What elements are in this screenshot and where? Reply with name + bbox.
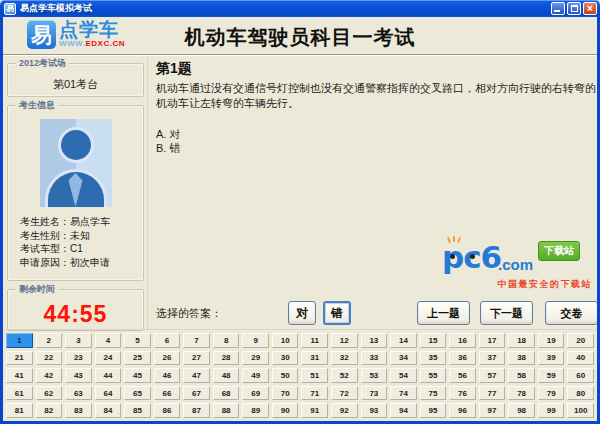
question-cell-30[interactable]: 30 bbox=[272, 351, 299, 366]
question-cell-65[interactable]: 65 bbox=[124, 386, 151, 401]
question-cell-60[interactable]: 60 bbox=[567, 368, 594, 383]
question-cell-66[interactable]: 66 bbox=[154, 386, 181, 401]
question-cell-3[interactable]: 3 bbox=[65, 333, 92, 348]
question-cell-63[interactable]: 63 bbox=[65, 386, 92, 401]
question-cell-64[interactable]: 64 bbox=[95, 386, 122, 401]
question-cell-94[interactable]: 94 bbox=[390, 403, 417, 418]
question-cell-90[interactable]: 90 bbox=[272, 403, 299, 418]
question-cell-18[interactable]: 18 bbox=[508, 333, 535, 348]
question-cell-4[interactable]: 4 bbox=[95, 333, 122, 348]
question-cell-69[interactable]: 69 bbox=[242, 386, 269, 401]
question-cell-89[interactable]: 89 bbox=[242, 403, 269, 418]
maximize-button[interactable] bbox=[567, 2, 581, 15]
question-cell-12[interactable]: 12 bbox=[331, 333, 358, 348]
question-cell-8[interactable]: 8 bbox=[213, 333, 240, 348]
question-cell-34[interactable]: 34 bbox=[390, 351, 417, 366]
question-cell-16[interactable]: 16 bbox=[449, 333, 476, 348]
question-cell-73[interactable]: 73 bbox=[361, 386, 388, 401]
question-cell-26[interactable]: 26 bbox=[154, 351, 181, 366]
question-cell-67[interactable]: 67 bbox=[183, 386, 210, 401]
question-cell-46[interactable]: 46 bbox=[154, 368, 181, 383]
question-cell-23[interactable]: 23 bbox=[65, 351, 92, 366]
next-question-button[interactable]: 下一题 bbox=[480, 301, 533, 325]
answer-true-button[interactable]: 对 bbox=[288, 301, 316, 325]
question-cell-83[interactable]: 83 bbox=[65, 403, 92, 418]
question-cell-45[interactable]: 45 bbox=[124, 368, 151, 383]
question-cell-99[interactable]: 99 bbox=[538, 403, 565, 418]
question-cell-95[interactable]: 95 bbox=[420, 403, 447, 418]
question-cell-13[interactable]: 13 bbox=[361, 333, 388, 348]
question-cell-10[interactable]: 10 bbox=[272, 333, 299, 348]
question-cell-6[interactable]: 6 bbox=[154, 333, 181, 348]
question-cell-84[interactable]: 84 bbox=[95, 403, 122, 418]
question-cell-72[interactable]: 72 bbox=[331, 386, 358, 401]
question-cell-22[interactable]: 22 bbox=[36, 351, 63, 366]
question-cell-86[interactable]: 86 bbox=[154, 403, 181, 418]
question-cell-71[interactable]: 71 bbox=[301, 386, 328, 401]
question-cell-93[interactable]: 93 bbox=[361, 403, 388, 418]
question-cell-75[interactable]: 75 bbox=[420, 386, 447, 401]
question-cell-9[interactable]: 9 bbox=[242, 333, 269, 348]
question-cell-79[interactable]: 79 bbox=[538, 386, 565, 401]
question-cell-40[interactable]: 40 bbox=[567, 351, 594, 366]
question-cell-85[interactable]: 85 bbox=[124, 403, 151, 418]
question-cell-41[interactable]: 41 bbox=[6, 368, 33, 383]
question-cell-59[interactable]: 59 bbox=[538, 368, 565, 383]
question-cell-7[interactable]: 7 bbox=[183, 333, 210, 348]
answer-false-button[interactable]: 错 bbox=[323, 301, 351, 325]
question-cell-38[interactable]: 38 bbox=[508, 351, 535, 366]
question-cell-36[interactable]: 36 bbox=[449, 351, 476, 366]
question-cell-27[interactable]: 27 bbox=[183, 351, 210, 366]
question-cell-32[interactable]: 32 bbox=[331, 351, 358, 366]
question-cell-28[interactable]: 28 bbox=[213, 351, 240, 366]
question-cell-2[interactable]: 2 bbox=[36, 333, 63, 348]
question-cell-88[interactable]: 88 bbox=[213, 403, 240, 418]
question-cell-81[interactable]: 81 bbox=[6, 403, 33, 418]
question-cell-1[interactable]: 1 bbox=[6, 333, 33, 348]
question-cell-20[interactable]: 20 bbox=[567, 333, 594, 348]
question-cell-50[interactable]: 50 bbox=[272, 368, 299, 383]
question-cell-48[interactable]: 48 bbox=[213, 368, 240, 383]
question-cell-52[interactable]: 52 bbox=[331, 368, 358, 383]
question-cell-31[interactable]: 31 bbox=[301, 351, 328, 366]
question-cell-100[interactable]: 100 bbox=[567, 403, 594, 418]
question-cell-78[interactable]: 78 bbox=[508, 386, 535, 401]
question-cell-42[interactable]: 42 bbox=[36, 368, 63, 383]
question-cell-24[interactable]: 24 bbox=[95, 351, 122, 366]
question-cell-33[interactable]: 33 bbox=[361, 351, 388, 366]
question-cell-77[interactable]: 77 bbox=[479, 386, 506, 401]
question-cell-14[interactable]: 14 bbox=[390, 333, 417, 348]
question-cell-61[interactable]: 61 bbox=[6, 386, 33, 401]
question-cell-92[interactable]: 92 bbox=[331, 403, 358, 418]
question-cell-51[interactable]: 51 bbox=[301, 368, 328, 383]
question-cell-17[interactable]: 17 bbox=[479, 333, 506, 348]
question-cell-80[interactable]: 80 bbox=[567, 386, 594, 401]
question-cell-96[interactable]: 96 bbox=[449, 403, 476, 418]
question-cell-55[interactable]: 55 bbox=[420, 368, 447, 383]
question-cell-44[interactable]: 44 bbox=[95, 368, 122, 383]
question-cell-37[interactable]: 37 bbox=[479, 351, 506, 366]
question-cell-39[interactable]: 39 bbox=[538, 351, 565, 366]
question-cell-15[interactable]: 15 bbox=[420, 333, 447, 348]
submit-exam-button[interactable]: 交卷 bbox=[545, 301, 598, 325]
question-cell-43[interactable]: 43 bbox=[65, 368, 92, 383]
question-cell-76[interactable]: 76 bbox=[449, 386, 476, 401]
question-cell-70[interactable]: 70 bbox=[272, 386, 299, 401]
question-cell-97[interactable]: 97 bbox=[479, 403, 506, 418]
question-cell-21[interactable]: 21 bbox=[6, 351, 33, 366]
question-cell-47[interactable]: 47 bbox=[183, 368, 210, 383]
close-button[interactable]: × bbox=[583, 2, 597, 15]
previous-question-button[interactable]: 上一题 bbox=[417, 301, 470, 325]
question-cell-57[interactable]: 57 bbox=[479, 368, 506, 383]
question-cell-54[interactable]: 54 bbox=[390, 368, 417, 383]
question-cell-19[interactable]: 19 bbox=[538, 333, 565, 348]
question-cell-49[interactable]: 49 bbox=[242, 368, 269, 383]
question-cell-62[interactable]: 62 bbox=[36, 386, 63, 401]
question-cell-87[interactable]: 87 bbox=[183, 403, 210, 418]
question-cell-35[interactable]: 35 bbox=[420, 351, 447, 366]
question-cell-98[interactable]: 98 bbox=[508, 403, 535, 418]
question-cell-29[interactable]: 29 bbox=[242, 351, 269, 366]
question-cell-53[interactable]: 53 bbox=[361, 368, 388, 383]
question-cell-11[interactable]: 11 bbox=[301, 333, 328, 348]
question-cell-56[interactable]: 56 bbox=[449, 368, 476, 383]
